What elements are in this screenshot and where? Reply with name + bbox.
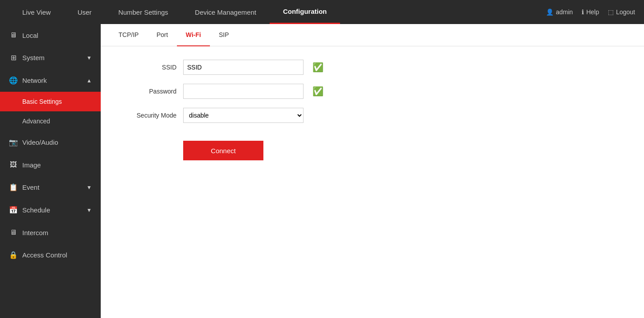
sidebar-item-system[interactable]: ⊞ System ▼ xyxy=(0,46,101,69)
top-navigation: Live View User Number Settings Device Ma… xyxy=(0,0,644,24)
sidebar-label-intercom: Intercom xyxy=(22,229,48,236)
tab-wifi[interactable]: Wi-Fi xyxy=(177,24,210,46)
chevron-up-icon: ▲ xyxy=(86,77,92,84)
password-row: Password ✅ xyxy=(119,84,626,99)
sidebar-label-advanced: Advanced xyxy=(22,118,50,125)
lock-icon: 🔒 xyxy=(9,251,18,259)
sidebar-label-local: Local xyxy=(22,32,38,39)
nav-links: Live View User Number Settings Device Ma… xyxy=(9,0,546,24)
content-area: TCP/IP Port Wi-Fi SIP SSID ✅ Password ✅ … xyxy=(101,24,644,318)
sidebar-item-image[interactable]: 🖼 Image xyxy=(0,154,101,176)
security-mode-label: Security Mode xyxy=(119,112,176,119)
event-icon: 📋 xyxy=(9,183,18,192)
sidebar-label-schedule: Schedule xyxy=(22,206,50,214)
video-icon: 📷 xyxy=(9,138,18,147)
monitor-icon: 🖥 xyxy=(9,31,18,39)
ssid-row: SSID ✅ xyxy=(119,60,626,75)
password-check-icon: ✅ xyxy=(312,86,324,97)
security-mode-row: Security Mode disable WEP WPA WPA2 xyxy=(119,108,626,123)
chevron-down-icon-schedule: ▼ xyxy=(86,207,92,213)
sidebar-label-basic-settings: Basic Settings xyxy=(22,98,62,105)
security-mode-select[interactable]: disable WEP WPA WPA2 xyxy=(183,108,304,123)
form-area: SSID ✅ Password ✅ Security Mode disable … xyxy=(101,46,644,174)
tab-sip[interactable]: SIP xyxy=(210,24,238,46)
tab-tcp-ip[interactable]: TCP/IP xyxy=(110,24,148,46)
ssid-input[interactable] xyxy=(183,60,304,75)
sidebar-item-local[interactable]: 🖥 Local xyxy=(0,24,101,46)
intercom-icon: 🖥 xyxy=(9,228,18,236)
ssid-check-icon: ✅ xyxy=(312,62,324,73)
logout-label: Logout xyxy=(616,8,635,16)
chevron-down-icon-event: ▼ xyxy=(86,184,92,191)
admin-link[interactable]: 👤 admin xyxy=(546,8,573,16)
nav-device-management[interactable]: Device Management xyxy=(181,0,270,24)
sidebar-item-schedule[interactable]: 📅 Schedule ▼ xyxy=(0,199,101,221)
tab-bar: TCP/IP Port Wi-Fi SIP xyxy=(101,24,644,46)
ssid-label: SSID xyxy=(119,64,176,71)
logout-icon: ⬚ xyxy=(608,8,614,16)
sidebar-item-video-audio[interactable]: 📷 Video/Audio xyxy=(0,131,101,154)
sidebar-label-system: System xyxy=(22,54,45,61)
help-label: Help xyxy=(586,8,599,16)
help-link[interactable]: ℹ Help xyxy=(582,8,599,16)
nav-live-view[interactable]: Live View xyxy=(9,0,64,24)
schedule-icon: 📅 xyxy=(9,206,18,214)
sidebar-item-access-control[interactable]: 🔒 Access Control xyxy=(0,244,101,266)
connect-row: Connect xyxy=(119,132,626,160)
nav-user[interactable]: User xyxy=(64,0,105,24)
sidebar-item-advanced[interactable]: Advanced xyxy=(0,111,101,131)
password-label: Password xyxy=(119,88,176,95)
password-input[interactable] xyxy=(183,84,304,99)
tab-port[interactable]: Port xyxy=(148,24,177,46)
nav-configuration[interactable]: Configuration xyxy=(270,0,340,24)
image-icon: 🖼 xyxy=(9,161,18,169)
nav-number-settings[interactable]: Number Settings xyxy=(105,0,182,24)
admin-label: admin xyxy=(556,8,573,16)
user-icon: 👤 xyxy=(546,8,554,16)
sidebar-label-network: Network xyxy=(22,77,47,84)
sidebar-item-intercom[interactable]: 🖥 Intercom xyxy=(0,221,101,244)
info-icon: ℹ xyxy=(582,8,584,16)
sidebar: 🖥 Local ⊞ System ▼ 🌐 Network ▲ Basic Set… xyxy=(0,24,101,318)
connect-button[interactable]: Connect xyxy=(183,141,263,160)
logout-link[interactable]: ⬚ Logout xyxy=(608,8,635,16)
system-icon: ⊞ xyxy=(9,53,18,62)
sidebar-item-network[interactable]: 🌐 Network ▲ xyxy=(0,69,101,92)
sidebar-item-event[interactable]: 📋 Event ▼ xyxy=(0,176,101,199)
sidebar-label-video-audio: Video/Audio xyxy=(22,139,58,146)
sidebar-label-access-control: Access Control xyxy=(22,251,67,259)
sidebar-item-basic-settings[interactable]: Basic Settings xyxy=(0,92,101,111)
sidebar-label-image: Image xyxy=(22,161,41,169)
main-layout: 🖥 Local ⊞ System ▼ 🌐 Network ▲ Basic Set… xyxy=(0,24,644,318)
sidebar-label-event: Event xyxy=(22,183,39,191)
chevron-down-icon: ▼ xyxy=(86,55,92,61)
nav-right: 👤 admin ℹ Help ⬚ Logout xyxy=(546,8,635,16)
network-icon: 🌐 xyxy=(9,76,18,85)
